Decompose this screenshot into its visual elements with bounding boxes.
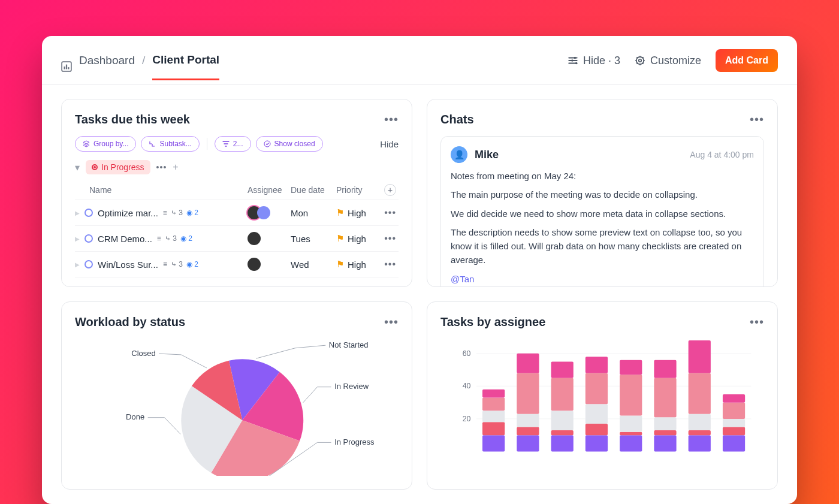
bar-segment[interactable]	[689, 340, 711, 373]
task-name: Win/Loss Sur...	[98, 259, 158, 270]
bar-segment[interactable]	[482, 411, 505, 422]
task-row[interactable]: ▶ CRM Demo... ≡ ⤷ 3 ◉ 2 Tues ⚑High •••	[75, 226, 399, 252]
bar-segment[interactable]	[482, 390, 505, 398]
add-task-button[interactable]: + Add task	[75, 277, 399, 287]
chat-line: The description needs to show some previ…	[451, 225, 754, 267]
bar-segment[interactable]	[586, 373, 608, 405]
bar-segment[interactable]	[586, 435, 608, 451]
bar-segment[interactable]	[620, 415, 642, 431]
collapse-group-button[interactable]: ▾	[75, 162, 80, 173]
card-menu-button[interactable]: •••	[750, 315, 764, 329]
bar-segment[interactable]	[482, 397, 505, 411]
bar-segment[interactable]	[723, 394, 745, 403]
card-menu-button[interactable]: •••	[750, 113, 764, 126]
col-name: Name	[89, 185, 248, 195]
subtask-pill[interactable]: Subtask...	[141, 136, 199, 152]
bar-segment[interactable]	[620, 432, 642, 435]
expand-row-icon[interactable]: ▶	[75, 210, 80, 216]
status-circle-icon[interactable]	[84, 209, 93, 217]
bar-segment[interactable]	[620, 435, 642, 451]
task-row[interactable]: ▶ Optimize mar... ≡ ⤷ 3 ◉ 2 Mon ⚑High ••…	[75, 200, 399, 226]
add-card-button[interactable]: Add Card	[716, 49, 778, 72]
bar-segment[interactable]	[620, 375, 642, 415]
sliders-icon	[568, 55, 578, 66]
assignee-cell[interactable]	[248, 232, 291, 245]
filter-count-pill[interactable]: 2...	[215, 136, 251, 152]
card-menu-button[interactable]: •••	[384, 315, 399, 329]
bar-segment[interactable]	[654, 435, 676, 451]
bar-segment[interactable]	[517, 373, 539, 414]
customize-action[interactable]: Customize	[635, 55, 701, 67]
priority-cell[interactable]: ⚑High	[336, 233, 379, 244]
chat-line: The main purpose of the meeting was to d…	[451, 188, 754, 201]
bar-segment[interactable]	[723, 435, 745, 451]
bar-segment[interactable]	[551, 378, 574, 411]
group-by-pill[interactable]: Group by...	[75, 136, 136, 152]
bar-segment[interactable]	[689, 373, 711, 414]
check-circle-icon	[264, 140, 271, 147]
avatar	[257, 206, 270, 219]
breadcrumb-root[interactable]: Dashboard	[79, 54, 135, 79]
chats-card-title: Chats	[440, 113, 474, 126]
expand-row-icon[interactable]: ▶	[75, 236, 80, 242]
status-circle-icon[interactable]	[84, 260, 93, 268]
priority-cell[interactable]: ⚑High	[336, 207, 379, 218]
workload-card: Workload by status ••• Not StartedIn Rev…	[61, 301, 412, 490]
bar-segment[interactable]	[689, 430, 711, 435]
bar-segment[interactable]	[517, 354, 539, 373]
status-group-menu[interactable]: •••	[156, 162, 167, 172]
bar-segment[interactable]	[723, 427, 745, 436]
breadcrumb: Dashboard / Client Portal	[61, 53, 219, 80]
bar-segment[interactable]	[551, 361, 574, 378]
task-meta: ≡ ⤷ 3 ◉ 2	[163, 260, 198, 268]
bar-segment[interactable]	[586, 404, 608, 424]
bar-segment[interactable]	[517, 435, 539, 451]
due-cell: Tues	[291, 234, 336, 244]
people-count: ◉ 2	[186, 260, 198, 268]
avatar	[248, 258, 261, 271]
people-count: ◉ 2	[180, 234, 192, 243]
assignee-cell[interactable]	[248, 258, 291, 271]
bar-segment[interactable]	[723, 403, 745, 419]
subtask-icon	[149, 140, 156, 147]
bar-segment[interactable]	[551, 435, 574, 451]
mention[interactable]: @Tan	[451, 274, 474, 284]
bar-segment[interactable]	[654, 430, 676, 435]
expand-row-icon[interactable]: ▶	[75, 261, 80, 268]
bar-segment[interactable]	[482, 435, 505, 451]
breadcrumb-current[interactable]: Client Portal	[152, 53, 219, 80]
bar-segment[interactable]	[517, 414, 539, 427]
task-row[interactable]: ▶ Win/Loss Sur... ≡ ⤷ 3 ◉ 2 Wed ⚑High ••…	[75, 252, 399, 277]
hide-action[interactable]: Hide · 3	[568, 55, 620, 67]
bar-segment[interactable]	[654, 378, 676, 417]
bar-segment[interactable]	[620, 360, 642, 375]
status-circle-icon[interactable]	[84, 234, 93, 243]
bar-segment[interactable]	[689, 435, 711, 451]
bar-segment[interactable]	[586, 424, 608, 435]
hide-filters-button[interactable]: Hide	[380, 139, 399, 149]
bar-segment[interactable]	[551, 430, 574, 435]
subtask-count: ⤷ 3	[165, 234, 177, 243]
add-to-group-button[interactable]: +	[173, 162, 178, 173]
status-chip-in-progress[interactable]: In Progress	[86, 160, 150, 174]
priority-cell[interactable]: ⚑High	[336, 259, 379, 270]
customize-label: Customize	[650, 55, 701, 67]
assignee-cell[interactable]	[248, 206, 291, 219]
pie-label: Done	[126, 412, 144, 421]
bar-segment[interactable]	[586, 357, 608, 373]
bar-segment[interactable]	[517, 427, 539, 436]
row-menu-button[interactable]: •••	[384, 207, 396, 218]
row-menu-button[interactable]: •••	[384, 259, 396, 270]
subtask-count: ⤷ 3	[171, 260, 183, 268]
bar-segment[interactable]	[654, 360, 676, 378]
bar-segment[interactable]	[551, 411, 574, 430]
y-tick: 60	[463, 349, 471, 358]
bar-segment[interactable]	[723, 419, 745, 427]
show-closed-pill[interactable]: Show closed	[256, 136, 323, 152]
add-column-button[interactable]: +	[384, 184, 396, 196]
card-menu-button[interactable]: •••	[384, 113, 399, 126]
bar-segment[interactable]	[654, 417, 676, 430]
row-menu-button[interactable]: •••	[384, 233, 396, 244]
bar-segment[interactable]	[689, 414, 711, 430]
bar-segment[interactable]	[482, 422, 505, 435]
